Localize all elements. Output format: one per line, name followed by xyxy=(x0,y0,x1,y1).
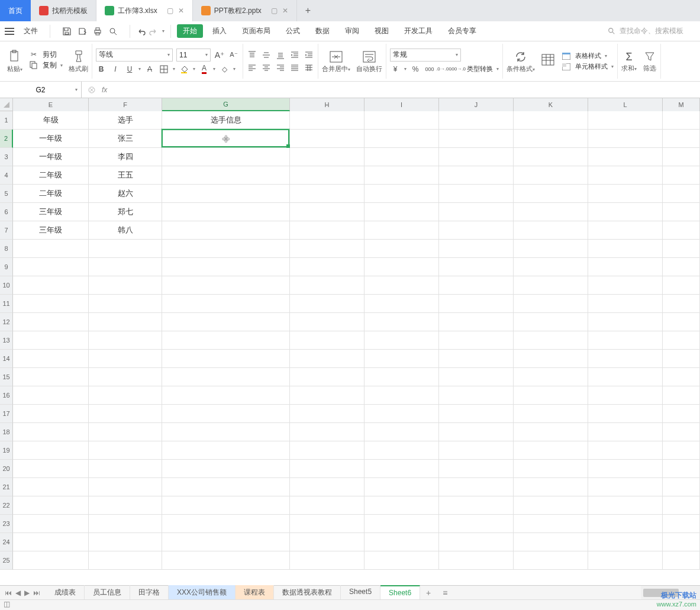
justify-icon[interactable] xyxy=(289,63,300,73)
cell[interactable] xyxy=(13,478,89,496)
cell[interactable] xyxy=(588,515,663,533)
cell[interactable] xyxy=(364,331,439,350)
decrease-indent-icon[interactable] xyxy=(289,50,300,60)
cell[interactable] xyxy=(364,203,439,221)
row-header[interactable]: 17 xyxy=(0,405,13,423)
align-bottom-icon[interactable] xyxy=(275,50,286,60)
name-box[interactable]: ▾ xyxy=(0,82,82,98)
cancel-formula-icon[interactable] xyxy=(88,86,96,94)
clear-format-icon[interactable]: ◇ xyxy=(219,64,230,75)
cell[interactable] xyxy=(439,478,514,496)
cell[interactable] xyxy=(13,258,89,276)
refresh-icon[interactable] xyxy=(514,50,528,64)
cell[interactable]: 郑七 xyxy=(89,203,162,221)
sheet-tab[interactable]: Sheet5 xyxy=(341,585,380,600)
cell[interactable] xyxy=(162,423,290,441)
cell[interactable] xyxy=(364,460,439,478)
cell[interactable] xyxy=(514,276,588,295)
cell[interactable] xyxy=(364,368,439,386)
menu-formula[interactable]: 公式 xyxy=(280,24,306,38)
align-right-icon[interactable] xyxy=(275,63,286,73)
cell[interactable] xyxy=(364,405,439,423)
cell[interactable] xyxy=(663,405,700,423)
cell[interactable] xyxy=(13,496,89,515)
column-header[interactable]: I xyxy=(364,98,439,111)
cell[interactable] xyxy=(514,515,588,533)
status-icon[interactable]: ◫ xyxy=(0,599,14,609)
cell[interactable] xyxy=(13,423,89,441)
cell[interactable]: 一年级 xyxy=(13,130,89,148)
chevron-down-icon[interactable]: ▾ xyxy=(162,28,164,34)
window-layout-icon[interactable]: ▢ xyxy=(167,7,173,15)
cell[interactable] xyxy=(89,551,162,570)
cell[interactable] xyxy=(162,533,290,551)
print-preview-icon[interactable] xyxy=(108,27,118,36)
cell[interactable] xyxy=(439,130,514,148)
row-header[interactable]: 2 xyxy=(0,130,13,148)
cell[interactable] xyxy=(663,551,700,570)
tab-workbook[interactable]: 工作簿3.xlsx ▢ ✕ xyxy=(96,0,193,21)
cell[interactable] xyxy=(439,166,514,185)
cell[interactable]: 一年级 xyxy=(13,148,89,166)
cell[interactable] xyxy=(364,258,439,276)
row-header[interactable]: 6 xyxy=(0,203,13,221)
cell[interactable] xyxy=(663,276,700,295)
cell[interactable]: 二年级 xyxy=(13,185,89,203)
cell[interactable] xyxy=(588,258,663,276)
cell[interactable] xyxy=(364,478,439,496)
cell[interactable] xyxy=(439,350,514,368)
cell[interactable]: 二年级 xyxy=(13,166,89,185)
cell[interactable] xyxy=(439,111,514,130)
cell[interactable] xyxy=(13,240,89,258)
cell[interactable] xyxy=(89,258,162,276)
cell[interactable] xyxy=(162,221,290,240)
table-style-icon[interactable] xyxy=(561,51,572,62)
cell[interactable] xyxy=(514,130,588,148)
cell[interactable] xyxy=(364,221,439,240)
row-header[interactable]: 7 xyxy=(0,221,13,240)
cell[interactable] xyxy=(290,441,364,460)
merge-center-icon[interactable] xyxy=(329,50,343,64)
cell[interactable] xyxy=(663,185,700,203)
window-layout-icon[interactable]: ▢ xyxy=(271,7,278,15)
close-icon[interactable]: ✕ xyxy=(282,7,288,15)
cell[interactable] xyxy=(162,148,290,166)
cell[interactable] xyxy=(13,313,89,331)
cell[interactable] xyxy=(588,331,663,350)
cell[interactable] xyxy=(514,533,588,551)
cell[interactable] xyxy=(162,258,290,276)
column-header[interactable]: K xyxy=(514,98,588,111)
menu-file[interactable]: 文件 xyxy=(18,24,44,38)
cell[interactable] xyxy=(162,496,290,515)
cell[interactable] xyxy=(439,240,514,258)
cell[interactable] xyxy=(89,313,162,331)
cell[interactable] xyxy=(514,185,588,203)
cell[interactable] xyxy=(514,423,588,441)
cell[interactable] xyxy=(162,166,290,185)
last-sheet-icon[interactable]: ⏭ xyxy=(33,589,40,597)
cell-style-icon[interactable] xyxy=(561,62,572,72)
row-header[interactable]: 12 xyxy=(0,313,13,331)
column-header[interactable]: G xyxy=(162,98,290,111)
cell[interactable] xyxy=(439,313,514,331)
cell[interactable] xyxy=(89,533,162,551)
cell[interactable] xyxy=(439,515,514,533)
row-header[interactable]: 1 xyxy=(0,111,13,130)
cell[interactable] xyxy=(588,478,663,496)
cell[interactable] xyxy=(290,405,364,423)
cell[interactable] xyxy=(13,350,89,368)
cell[interactable] xyxy=(290,185,364,203)
first-sheet-icon[interactable]: ⏮ xyxy=(5,589,12,597)
new-tab-button[interactable]: + xyxy=(297,5,319,16)
cell[interactable] xyxy=(364,496,439,515)
column-header[interactable]: J xyxy=(439,98,514,111)
underline-icon[interactable]: U xyxy=(124,64,135,75)
row-header[interactable]: 21 xyxy=(0,478,13,496)
cell[interactable] xyxy=(162,368,290,386)
cell[interactable] xyxy=(364,350,439,368)
cell[interactable] xyxy=(290,148,364,166)
cell[interactable] xyxy=(588,386,663,405)
font-size-select[interactable]: 11▾ xyxy=(176,49,211,62)
increase-decimal-icon[interactable]: .0→.00 xyxy=(438,64,449,75)
cell[interactable] xyxy=(162,405,290,423)
